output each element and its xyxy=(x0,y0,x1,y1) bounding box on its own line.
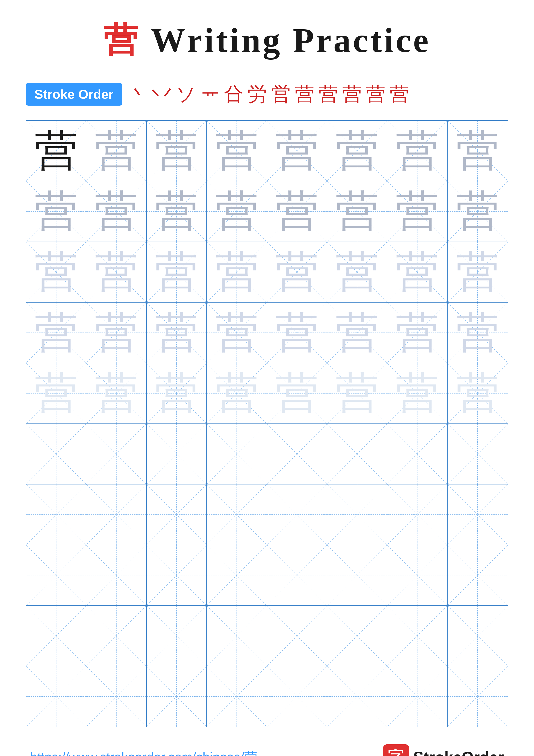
cell-7-8[interactable] xyxy=(447,484,508,545)
cell-5-3[interactable]: 营 xyxy=(147,363,207,423)
cell-5-2[interactable]: 营 xyxy=(87,363,146,423)
cell-7-4[interactable] xyxy=(207,484,267,545)
svg-line-140 xyxy=(387,606,447,666)
stroke-5: 㕣 xyxy=(224,81,243,107)
cell-9-1[interactable] xyxy=(26,606,87,666)
cell-8-1[interactable] xyxy=(26,545,87,606)
cell-10-7[interactable] xyxy=(387,666,447,726)
cell-4-6[interactable]: 营 xyxy=(327,303,387,363)
cell-4-4[interactable]: 营 xyxy=(207,303,267,363)
cell-10-1[interactable] xyxy=(26,666,87,726)
cell-9-6[interactable] xyxy=(327,606,387,666)
grid-row-1: 营 营 营 营 营 营 营 xyxy=(26,121,508,181)
cell-1-1[interactable]: 营 xyxy=(26,121,87,181)
footer: https://www.strokeorder.com/chinese/营 字 … xyxy=(26,744,508,756)
cell-7-5[interactable] xyxy=(267,484,327,545)
svg-line-108 xyxy=(387,484,447,545)
cell-7-3[interactable] xyxy=(147,484,207,545)
stroke-10: 营 xyxy=(342,81,362,107)
cell-6-5[interactable] xyxy=(267,424,327,484)
cell-2-5[interactable]: 营 xyxy=(267,181,327,241)
cell-7-7[interactable] xyxy=(387,484,447,545)
cell-4-1[interactable]: 营 xyxy=(26,303,87,363)
cell-6-8[interactable] xyxy=(447,424,508,484)
cell-10-8[interactable] xyxy=(447,666,508,726)
cell-2-8[interactable]: 营 xyxy=(447,181,508,241)
cell-2-3[interactable]: 营 xyxy=(147,181,207,241)
cell-1-7[interactable]: 营 xyxy=(387,121,447,181)
cell-5-1[interactable]: 营 xyxy=(26,363,87,423)
cell-8-4[interactable] xyxy=(207,545,267,606)
footer-url-link[interactable]: https://www.strokeorder.com/chinese/营 xyxy=(30,748,257,756)
cell-6-3[interactable] xyxy=(147,424,207,484)
svg-line-138 xyxy=(327,606,387,666)
cell-3-2[interactable]: 营 xyxy=(87,242,146,302)
cell-9-7[interactable] xyxy=(387,606,447,666)
cell-10-6[interactable] xyxy=(327,666,387,726)
grid-row-6 xyxy=(26,424,508,484)
cell-10-3[interactable] xyxy=(147,666,207,726)
cell-6-4[interactable] xyxy=(207,424,267,484)
stroke-7: 営 xyxy=(271,81,291,107)
cell-8-2[interactable] xyxy=(87,545,146,606)
cell-8-7[interactable] xyxy=(387,545,447,606)
cell-4-2[interactable]: 营 xyxy=(87,303,146,363)
cell-5-4[interactable]: 营 xyxy=(207,363,267,423)
cell-4-8[interactable]: 营 xyxy=(447,303,508,363)
cell-8-6[interactable] xyxy=(327,545,387,606)
cell-2-6[interactable]: 营 xyxy=(327,181,387,241)
cell-9-5[interactable] xyxy=(267,606,327,666)
cell-8-5[interactable] xyxy=(267,545,327,606)
cell-4-3[interactable]: 营 xyxy=(147,303,207,363)
cell-2-7[interactable]: 营 xyxy=(387,181,447,241)
cell-10-5[interactable] xyxy=(267,666,327,726)
cell-2-1[interactable]: 营 xyxy=(26,181,87,241)
cell-3-6[interactable]: 营 xyxy=(327,242,387,302)
cell-9-4[interactable] xyxy=(207,606,267,666)
cell-6-7[interactable] xyxy=(387,424,447,484)
cell-5-6[interactable]: 营 xyxy=(327,363,387,423)
cell-7-6[interactable] xyxy=(327,484,387,545)
cell-2-4[interactable]: 营 xyxy=(207,181,267,241)
cell-4-7[interactable]: 营 xyxy=(387,303,447,363)
cell-3-7[interactable]: 营 xyxy=(387,242,447,302)
cell-10-2[interactable] xyxy=(87,666,146,726)
svg-line-110 xyxy=(447,484,508,545)
cell-1-8[interactable]: 营 xyxy=(447,121,508,181)
grid-row-9 xyxy=(26,606,508,666)
cell-3-1[interactable]: 营 xyxy=(26,242,87,302)
cell-1-3[interactable]: 营 xyxy=(147,121,207,181)
cell-3-5[interactable]: 营 xyxy=(267,242,327,302)
cell-3-4[interactable]: 营 xyxy=(207,242,267,302)
cell-9-3[interactable] xyxy=(147,606,207,666)
cell-3-3[interactable]: 营 xyxy=(147,242,207,302)
stroke-2: 丷 xyxy=(152,81,172,107)
svg-line-154 xyxy=(327,666,387,726)
cell-8-8[interactable] xyxy=(447,545,508,606)
cell-5-7[interactable]: 营 xyxy=(387,363,447,423)
grid-row-10 xyxy=(26,666,508,726)
cell-6-2[interactable] xyxy=(87,424,146,484)
cell-4-5[interactable]: 营 xyxy=(267,303,327,363)
footer-logo-char: 字 xyxy=(383,744,409,756)
svg-line-88 xyxy=(267,424,327,484)
cell-6-1[interactable] xyxy=(26,424,87,484)
cell-7-1[interactable] xyxy=(26,484,87,545)
cell-9-2[interactable] xyxy=(87,606,146,666)
cell-8-3[interactable] xyxy=(147,545,207,606)
cell-2-2[interactable]: 营 xyxy=(87,181,146,241)
cell-5-8[interactable]: 营 xyxy=(447,363,508,423)
cell-3-8[interactable]: 营 xyxy=(447,242,508,302)
svg-line-123 xyxy=(327,545,387,606)
cell-1-2[interactable]: 营 xyxy=(87,121,146,181)
cell-10-4[interactable] xyxy=(207,666,267,726)
cell-1-5[interactable]: 营 xyxy=(267,121,327,181)
cell-7-2[interactable] xyxy=(87,484,146,545)
cell-1-6[interactable]: 营 xyxy=(327,121,387,181)
cell-6-6[interactable] xyxy=(327,424,387,484)
cell-1-4[interactable]: 营 xyxy=(207,121,267,181)
cell-5-5[interactable]: 营 xyxy=(267,363,327,423)
svg-line-122 xyxy=(327,545,387,606)
cell-9-8[interactable] xyxy=(447,606,508,666)
stroke-8: 营 xyxy=(295,81,314,107)
